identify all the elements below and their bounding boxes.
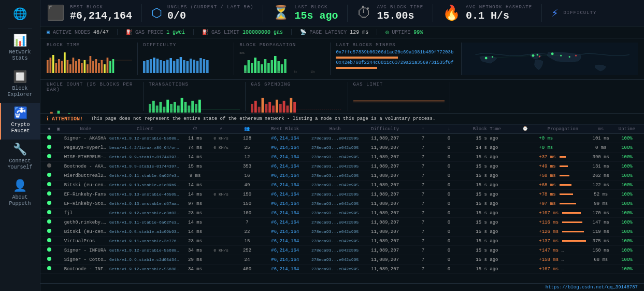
sidebar-item-network-stats[interactable]: 📊 Network Stats	[0, 31, 40, 67]
sidebar-item-about-puppeth[interactable]: 👤 About Puppeth	[0, 176, 40, 212]
svg-rect-32	[166, 60, 169, 73]
td-latency: 14 ms	[182, 220, 208, 225]
about-icon: 👤	[13, 181, 27, 192]
td-block-num: #6,214,164	[260, 164, 310, 169]
td-uptime: 100%	[614, 239, 640, 244]
th-b: ↑	[410, 127, 436, 132]
svg-rect-53	[267, 63, 270, 73]
table-row[interactable]: WISE-ETHEREUM-DES Geth/v1.9.9-stable-017…	[40, 153, 644, 162]
th-client: Client	[108, 127, 182, 132]
td-prop-ms: +137 ms	[539, 239, 559, 244]
th-type: ▣	[54, 126, 63, 132]
td-hash: 278eca93...e042c995	[310, 220, 360, 225]
difficulty-chart	[143, 50, 228, 73]
td-uptime: 100%	[614, 155, 640, 160]
td-latency: 14 ms	[182, 229, 208, 234]
charts-row-2: UNCLE COUNT (25 BLOCKS PER BAR) TRANSACT…	[40, 80, 644, 114]
td-node-name: Bootnode - INFURA	[63, 267, 108, 272]
table-row[interactable]: Signer - INFURA Geth/v1.9.12-unstable-55…	[40, 246, 644, 255]
td-propagation: +137 ms	[538, 239, 588, 244]
difficulty-icon: ⚡	[551, 6, 558, 20]
td-peers: 22	[234, 229, 260, 234]
chart-transactions: TRANSACTIONS	[144, 82, 246, 111]
table-row[interactable]: Signer - Cotton Candy Geth/v1.9.9-stable…	[40, 255, 644, 265]
prop-bar	[562, 250, 588, 251]
td-hash: 278eca93...e042c995	[310, 183, 360, 187]
table-row[interactable]: EF-Rinkeby-Stockholm Geth/v1.9.13-unstab…	[40, 199, 644, 209]
prop-bar	[562, 268, 588, 270]
td-block-num: #6,214,164	[260, 211, 310, 216]
table-row[interactable]: EF-Rinkeby-Fans Geth/v1.9.13-unstable-46…	[40, 190, 644, 199]
svg-rect-104	[251, 104, 253, 113]
table-row[interactable]: fjl Geth/v1.9.12-unstable-c3d032d7-20200…	[40, 209, 644, 218]
td-c: 0	[436, 229, 462, 234]
chart-uncle-count-title: UNCLE COUNT (25 BLOCKS PER BAR)	[47, 82, 138, 92]
td-d1: 101 ms	[588, 136, 614, 141]
status-dot	[47, 210, 51, 214]
td-difficulty: 11,089,207	[360, 211, 410, 216]
th-block-time: Block Time	[462, 127, 512, 132]
svg-rect-3	[55, 63, 58, 73]
svg-rect-98	[184, 102, 187, 113]
table-row[interactable]: Signer - AKASHA Geth/v1.9.12-unstable-55…	[40, 134, 644, 143]
status-dot	[47, 247, 51, 252]
th-status: ●	[45, 127, 54, 132]
td-client: Geth/v1.9.5-stable-a1c09b93/linux-amd64/…	[108, 229, 182, 234]
sidebar-item-home[interactable]: 🌐	[0, 4, 40, 26]
svg-rect-116	[294, 102, 296, 113]
td-d1: 0 ms	[588, 145, 614, 150]
info-icon: ℹ	[47, 116, 49, 122]
svg-rect-52	[264, 59, 267, 73]
hashrate-icon: 🔥	[442, 4, 461, 22]
stat-avg-hashrate: 🔥 AVG NETWORK HASHRATE 0.1 H/s	[433, 4, 542, 22]
best-block-value: #6,214,164	[70, 10, 132, 22]
chart-difficulty-title: DIFFICULTY	[143, 43, 228, 48]
svg-rect-31	[163, 61, 166, 73]
td-node-name: EF-Rinkeby-Stockholm	[63, 201, 108, 206]
chart-placeholder	[450, 82, 638, 111]
td-client: Geth/v1.9.13-unstable-46505669-20200318/…	[108, 192, 182, 197]
table-row[interactable]: wierdbuttreal2354 Geth/v1.9.11-stable-6a…	[40, 171, 644, 181]
avg-hashrate-value: 0.1 H/s	[466, 10, 532, 22]
td-peers: 150	[234, 192, 260, 197]
sidebar-item-connect-yourself[interactable]: 🔧 Connect Yourself	[0, 140, 40, 176]
td-status	[45, 163, 54, 169]
svg-rect-96	[177, 106, 180, 113]
miner-bar-2	[336, 67, 377, 69]
td-difficulty: 11,089,207	[360, 192, 410, 197]
stat-last-block: ⏳ LAST BLOCK 15s ago	[263, 5, 348, 22]
td-uptime: 100%	[614, 211, 640, 216]
sidebar-item-block-explorer[interactable]: 🔲 Block Explorer	[0, 67, 40, 103]
prop-bar	[560, 156, 566, 158]
table-row[interactable]: Bootnode - AKASHA Geth/v1.9.9-stable-017…	[40, 162, 644, 171]
table-header: ● ▣ Node Client ⏱ ⚡ 👥 Best Block Hash Di…	[40, 124, 644, 134]
svg-rect-47	[248, 60, 250, 73]
td-peers: 15	[234, 239, 260, 244]
svg-rect-89	[152, 101, 155, 113]
chart-uncle-count: UNCLE COUNT (25 BLOCKS PER BAR)	[47, 82, 144, 111]
td-node-name: Signer - INFURA	[63, 248, 108, 253]
td-hash: 278eca93...e042c995	[310, 145, 360, 150]
td-b: 7	[410, 257, 436, 262]
status-dot	[47, 257, 51, 261]
td-hash: 278eca93...e042c995	[310, 229, 360, 234]
sidebar-item-crypto-faucet[interactable]: 🚰 Crypto Faucet	[0, 103, 40, 140]
node-table: ● ▣ Node Client ⏱ ⚡ 👥 Best Block Hash Di…	[40, 124, 644, 283]
status-dot	[47, 182, 51, 186]
page-latency-label: PAGE LATENCY	[309, 30, 347, 35]
td-propagation: +97 ms	[538, 201, 588, 206]
td-d1: 52 ms	[588, 192, 614, 197]
table-row[interactable]: PegaSys-Hyperledger-Besu besu/v1.4.2/lin…	[40, 143, 644, 153]
table-row[interactable]: Bitski (eu-central-1-geth-rinkeby-0) Get…	[40, 227, 644, 237]
table-row[interactable]: Bootnode - INFURA Geth/v1.9.12-unstable-…	[40, 265, 644, 274]
table-row[interactable]: geth0.rinkeby.makerfoundation.com Geth/v…	[40, 218, 644, 227]
svg-point-70	[551, 52, 553, 55]
td-propagation: +107 ms	[538, 211, 588, 216]
svg-rect-1	[50, 58, 52, 73]
td-difficulty: 11,089,207	[360, 267, 410, 272]
table-row[interactable]: VirtualPros Geth/v1.9.11-unstable-3c776c…	[40, 237, 644, 246]
td-b: 7	[410, 220, 436, 225]
table-row[interactable]: Bitski (eu-central-1-geth-rinkeby-1) Get…	[40, 181, 644, 190]
td-status	[45, 173, 54, 178]
block-propagation-chart: 40% 0s 2s 4s 6s 10s	[239, 50, 325, 73]
